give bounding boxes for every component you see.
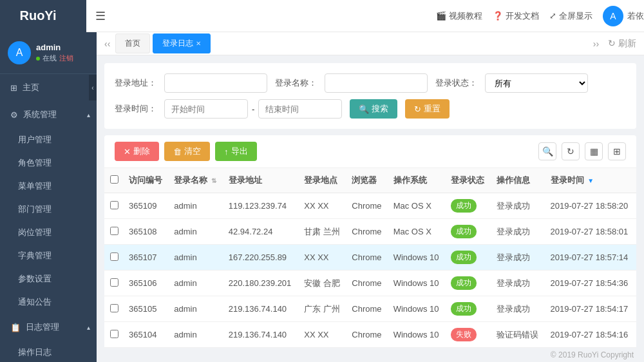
clear-btn[interactable]: 🗑 清空: [164, 142, 210, 161]
sidebar-item-user-mgmt[interactable]: 用户管理: [0, 128, 97, 151]
row-checkbox[interactable]: [110, 278, 118, 287]
sidebar-username: admin: [36, 43, 89, 52]
sidebar-item-menu-mgmt[interactable]: 菜单管理: [0, 175, 97, 198]
row-checkbox[interactable]: [110, 227, 118, 235]
settings-icon: ⊞: [613, 146, 621, 157]
cell-status: 成功: [446, 271, 491, 296]
col-status: 登录状态: [446, 168, 491, 193]
col-os: 操作系统: [388, 168, 446, 193]
status-badge: 失败: [451, 328, 477, 341]
cell-name: admin: [169, 219, 223, 245]
cell-id: 365108: [124, 219, 169, 245]
status-badge: 成功: [451, 199, 477, 213]
row-checkbox[interactable]: [110, 252, 118, 261]
fullscreen-btn[interactable]: ⤢ 全屏显示: [549, 10, 592, 22]
cell-address: 219.136.74.140: [223, 322, 299, 348]
user-menu[interactable]: A 若依: [603, 6, 644, 26]
table-column-btn[interactable]: ▦: [585, 142, 603, 160]
status-badge: 成功: [451, 225, 477, 238]
cell-browser: Chrome: [346, 296, 388, 322]
cell-os: Windows 10: [388, 245, 446, 271]
sidebar-item-log-mgmt[interactable]: 📋 日志管理: [0, 314, 97, 341]
cell-message: 登录成功: [491, 193, 545, 219]
logout-link[interactable]: 注销: [59, 53, 73, 63]
cell-status: 成功: [446, 193, 491, 219]
cell-status: 成功: [446, 296, 491, 322]
sidebar-user: A admin 在线 注销: [0, 32, 97, 74]
cell-location: XX XX: [299, 245, 346, 271]
table-search-btn[interactable]: 🔍: [538, 142, 556, 160]
tab-back-btn[interactable]: ‹‹: [102, 39, 113, 49]
home-icon: ⊞: [10, 83, 17, 93]
tab-forward-btn[interactable]: ››: [591, 39, 601, 49]
cell-status: 成功: [446, 219, 491, 245]
cell-browser: Chrome: [346, 271, 388, 296]
login-name-input[interactable]: [325, 73, 428, 93]
delete-btn[interactable]: ✕ 删除: [115, 142, 159, 161]
toolbar: ✕ 删除 🗑 清空 ↑ 导出: [104, 135, 636, 168]
table-row: 365107 admin 167.220.255.89 XX XX Chrome…: [104, 245, 636, 271]
dev-docs-btn[interactable]: ❓ 开发文档: [493, 10, 539, 22]
row-checkbox[interactable]: [110, 304, 118, 312]
home-collapse[interactable]: ‹: [89, 75, 97, 100]
row-checkbox[interactable]: [110, 201, 118, 209]
reset-icon: ↻: [414, 104, 421, 114]
sidebar-item-home[interactable]: ⊞ 主页 ‹: [0, 74, 97, 101]
cell-message: 登录成功: [491, 245, 545, 271]
col-time: 登录时间 ▼: [545, 168, 636, 193]
cell-location: 安徽 合肥: [299, 271, 346, 296]
cell-location: XX XX: [299, 322, 346, 348]
cell-id: 365109: [124, 193, 169, 219]
cell-name: admin: [169, 271, 223, 296]
reset-btn[interactable]: ↻ 重置: [405, 99, 450, 119]
table-settings-btn[interactable]: ⊞: [608, 142, 626, 160]
sidebar-item-dept-mgmt[interactable]: 部门管理: [0, 198, 97, 221]
cell-id: 365105: [124, 296, 169, 322]
login-status-label: 登录状态：: [435, 77, 477, 89]
sidebar-item-system-mgmt[interactable]: ⚙ 系统管理: [0, 101, 97, 128]
delete-icon: ✕: [124, 147, 131, 157]
tab-login-log[interactable]: 登录日志 ✕: [153, 33, 211, 53]
select-all-checkbox[interactable]: [110, 175, 118, 184]
cell-browser: Chrome: [346, 245, 388, 271]
search-btn[interactable]: 🔍 搜索: [350, 99, 397, 119]
cell-os: Mac OS X: [388, 193, 446, 219]
login-address-input[interactable]: [164, 73, 267, 93]
login-time-label: 登录时间：: [115, 103, 156, 115]
col-message: 操作信息: [491, 168, 545, 193]
trash-icon: 🗑: [173, 147, 182, 157]
status-badge: 成功: [451, 302, 477, 316]
cell-address: 219.136.74.140: [223, 296, 299, 322]
video-tutorial-btn[interactable]: 🎬 视频教程: [436, 10, 482, 22]
export-btn[interactable]: ↑ 导出: [215, 142, 257, 161]
search-icon: 🔍: [359, 104, 369, 114]
login-name-label: 登录名称：: [275, 77, 317, 89]
cell-time: 2019-07-27 18:58:20: [545, 193, 636, 219]
tab-bar: ‹‹ 首页 登录日志 ✕ ›› ↻ 刷新: [97, 32, 644, 55]
end-time-input[interactable]: [258, 99, 342, 119]
cell-message: 登录成功: [491, 219, 545, 245]
avatar: A: [603, 6, 623, 26]
toolbar-left: ✕ 删除 🗑 清空 ↑ 导出: [115, 142, 257, 161]
col-location: 登录地点: [299, 168, 346, 193]
hamburger-btn[interactable]: ☰: [86, 9, 115, 23]
log-icon: 📋: [10, 323, 21, 332]
start-time-input[interactable]: [164, 99, 248, 119]
cell-name: admin: [169, 245, 223, 271]
sidebar-item-post-mgmt[interactable]: 岗位管理: [0, 221, 97, 244]
tab-home[interactable]: 首页: [115, 33, 150, 53]
sidebar-avatar: A: [8, 41, 31, 64]
refresh-icon: ↻: [567, 146, 574, 157]
sidebar-item-operation-log[interactable]: 操作日志: [0, 341, 97, 362]
table-container: 访问编号 登录名称 ⇅ 登录地址 登录地点 浏览器 操作系统 登录状态 操作信息…: [104, 168, 636, 348]
row-checkbox[interactable]: [110, 330, 118, 338]
cell-message: 验证码错误: [491, 322, 545, 348]
table-refresh-btn[interactable]: ↻: [562, 142, 580, 160]
login-status-select[interactable]: 所有 成功 失败: [485, 73, 588, 93]
tab-refresh-btn[interactable]: ↻ 刷新: [605, 38, 639, 50]
sidebar-item-dict-mgmt[interactable]: 字典管理: [0, 244, 97, 267]
sidebar-item-role-mgmt[interactable]: 角色管理: [0, 151, 97, 175]
sidebar-item-notice[interactable]: 通知公告: [0, 291, 97, 314]
sidebar-item-param-settings[interactable]: 参数设置: [0, 267, 97, 291]
cell-address: 119.123.239.74: [223, 193, 299, 219]
